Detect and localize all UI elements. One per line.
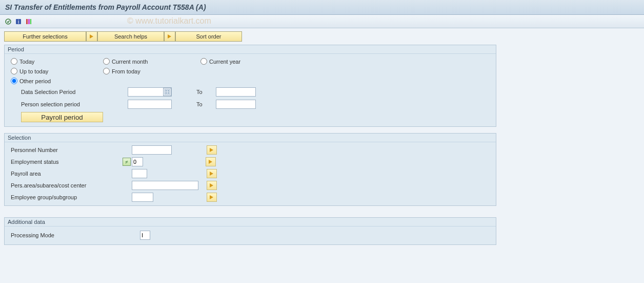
radio-current-month-label: Current month (112, 59, 148, 65)
radio-current-month[interactable]: Current month (103, 58, 200, 65)
svg-rect-3 (26, 19, 28, 24)
radio-current-year-label: Current year (209, 59, 240, 65)
to-label-1: To (196, 89, 212, 95)
watermark: © www.tutorialkart.com (127, 16, 211, 26)
svg-text:i: i (18, 19, 19, 25)
main-area: Further selections Search helps Sort ord… (0, 28, 644, 283)
svg-rect-7 (166, 90, 167, 91)
radio-current-month-input[interactable] (103, 58, 110, 65)
radio-today[interactable]: Today (11, 58, 103, 65)
radio-up-to-today-input[interactable] (11, 68, 17, 74)
person-selection-to-input[interactable] (216, 100, 256, 109)
period-group: Period Today Current month Current year … (4, 45, 496, 127)
svg-rect-6 (165, 89, 170, 95)
svg-rect-4 (28, 19, 30, 24)
radio-today-label: Today (19, 59, 34, 65)
employment-status-label: Employment status (9, 159, 123, 165)
further-selections-button[interactable]: Further selections (4, 31, 86, 42)
radio-other-period[interactable]: Other period (11, 78, 103, 84)
radio-from-today-input[interactable] (103, 68, 110, 74)
to-label-2: To (196, 101, 212, 107)
processing-mode-label: Processing Mode (9, 232, 140, 238)
svg-rect-10 (168, 92, 169, 93)
not-equal-icon[interactable]: ≠ (123, 158, 131, 166)
f4-help-icon[interactable] (163, 88, 171, 96)
radio-current-year[interactable]: Current year (200, 58, 293, 65)
processing-mode-input[interactable] (140, 231, 150, 240)
pers-area-label: Pers.area/subarea/cost center (9, 182, 132, 188)
radio-other-period-label: Other period (19, 78, 51, 84)
person-selection-from-input[interactable] (128, 100, 172, 109)
radio-up-to-today[interactable]: Up to today (11, 68, 103, 74)
search-arrow-button[interactable] (164, 31, 175, 42)
svg-rect-8 (168, 90, 169, 91)
sort-order-button[interactable]: Sort order (175, 31, 242, 42)
radio-up-to-today-label: Up to today (19, 68, 48, 74)
selection-legend: Selection (5, 134, 496, 142)
multiple-selection-button[interactable] (207, 145, 217, 155)
data-selection-label: Data Selection Period (11, 89, 124, 95)
svg-point-0 (6, 19, 11, 24)
svg-rect-9 (166, 92, 167, 93)
radio-today-input[interactable] (11, 58, 17, 65)
radio-from-today-label: From today (112, 68, 140, 74)
selection-buttons-row: Further selections Search helps Sort ord… (4, 31, 640, 42)
radio-other-period-input[interactable] (11, 78, 17, 84)
pers-area-input[interactable] (132, 181, 198, 190)
additional-legend: Additional data (5, 218, 496, 227)
arrow-right-icon (166, 33, 173, 40)
multiple-selection-button[interactable] (207, 193, 217, 202)
personnel-number-input[interactable] (132, 145, 172, 155)
execute-icon[interactable] (4, 17, 12, 26)
period-legend: Period (5, 45, 496, 54)
person-selection-label: Person selection period (11, 101, 124, 107)
emp-group-input[interactable] (132, 193, 153, 202)
selection-group: Selection Personnel Number Employment st… (4, 133, 496, 206)
multiple-selection-button[interactable] (207, 181, 217, 190)
app-toolbar: i (0, 15, 644, 28)
further-arrow-button[interactable] (86, 31, 97, 42)
data-selection-to-input[interactable] (216, 87, 256, 97)
multiple-selection-button[interactable] (206, 157, 216, 166)
page-title: SI Transfer of Entitlements from Payroll… (0, 0, 644, 15)
search-helps-button[interactable]: Search helps (97, 31, 164, 42)
employment-status-input[interactable] (132, 157, 143, 166)
radio-from-today[interactable]: From today (103, 68, 200, 74)
emp-group-label: Employee group/subgroup (9, 194, 132, 200)
payroll-area-input[interactable] (132, 169, 147, 178)
info-icon[interactable]: i (14, 17, 23, 26)
payroll-area-label: Payroll area (9, 171, 132, 177)
columns-icon[interactable] (25, 17, 33, 26)
radio-current-year-input[interactable] (200, 58, 207, 65)
payroll-period-button[interactable]: Payroll period (21, 112, 103, 122)
additional-data-group: Additional data Processing Mode (4, 217, 496, 245)
svg-rect-5 (30, 19, 31, 24)
personnel-number-label: Personnel Number (9, 147, 132, 153)
multiple-selection-button[interactable] (207, 169, 217, 178)
arrow-right-icon (88, 33, 95, 40)
